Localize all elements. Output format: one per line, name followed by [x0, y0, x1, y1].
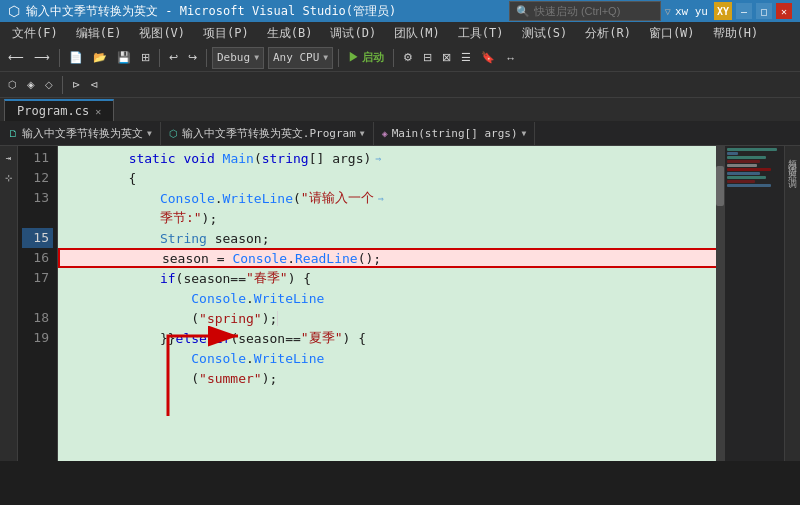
save-button[interactable]: 💾: [113, 47, 135, 69]
chevron-down-icon: ▼: [254, 53, 259, 62]
start-button[interactable]: ▶ 启动: [344, 47, 388, 69]
toolbar2-btn3[interactable]: ◇: [41, 74, 57, 96]
title-bar: ⬡ 输入中文季节转换为英文 - Microsoft Visual Studio(…: [0, 0, 800, 22]
toolbar-bookmark[interactable]: 🔖: [477, 47, 499, 69]
menu-view[interactable]: 视图(V): [131, 23, 193, 44]
toolbar-extra-2[interactable]: ⊟: [419, 47, 436, 69]
menu-help[interactable]: 帮助(H): [705, 23, 767, 44]
code-line-12: {: [58, 168, 724, 188]
chevron-down-icon: ▼: [147, 129, 152, 138]
code-line-17: Console.WriteLine: [58, 288, 724, 308]
new-file-button[interactable]: 📄: [65, 47, 87, 69]
chevron-down-icon-2: ▼: [360, 129, 365, 138]
toolbar-extra-3[interactable]: ⊠: [438, 47, 455, 69]
tab-bar: Program.cs ✕: [0, 98, 800, 122]
separator-3: [206, 49, 207, 67]
menu-project[interactable]: 项目(P): [195, 23, 257, 44]
menu-build[interactable]: 生成(B): [259, 23, 321, 44]
code-line-18: }}else if(season=="夏季") {: [58, 328, 724, 348]
menu-window[interactable]: 窗口(W): [641, 23, 703, 44]
search-icon: 🔍: [516, 5, 530, 18]
menu-edit[interactable]: 编辑(E): [68, 23, 130, 44]
scroll-thumb[interactable]: [716, 166, 724, 206]
sidebar-icon-1[interactable]: ⇥: [1, 150, 17, 166]
menu-test[interactable]: 测试(S): [514, 23, 576, 44]
user-avatar[interactable]: XY: [714, 2, 732, 20]
chevron-down-icon: ▼: [323, 53, 328, 62]
separator-5: [393, 49, 394, 67]
search-input[interactable]: [534, 5, 654, 17]
code-line-11: static void Main(string[] args) ⇒: [58, 148, 724, 168]
line-num-13b: ·: [22, 208, 53, 228]
toolbar-extra-4[interactable]: ☰: [457, 47, 475, 69]
tab-program-cs[interactable]: Program.cs ✕: [4, 99, 114, 121]
line-num-11: 11: [22, 148, 53, 168]
line-arrow-icon: ⇒: [375, 153, 381, 164]
toolbar2-btn4[interactable]: ⊳: [68, 74, 84, 96]
quick-launch-search[interactable]: 🔍: [509, 1, 661, 21]
code-icon: 🗋: [8, 128, 18, 139]
line-num-17: 17: [22, 268, 53, 288]
right-sidebar: 频 词 语 器 调: [784, 146, 800, 461]
menu-file[interactable]: 文件(F): [4, 23, 66, 44]
close-button[interactable]: ✕: [776, 3, 792, 19]
minimap-content: [725, 146, 784, 190]
maximize-button[interactable]: □: [756, 3, 772, 19]
back-button[interactable]: ⟵: [4, 47, 28, 69]
code-line-14: String season;: [58, 228, 724, 248]
menu-bar: 文件(F) 编辑(E) 视图(V) 项目(P) 生成(B) 调试(D) 团队(M…: [0, 22, 800, 44]
main-layout: ⇥ ⊹ 11 12 13 · 15 16 17 · 18 19 · static…: [0, 146, 800, 461]
line-numbers: 11 12 13 · 15 16 17 · 18 19 ·: [18, 146, 58, 461]
menu-debug[interactable]: 调试(D): [322, 23, 384, 44]
code-line-16: if(season=="春季") {: [58, 268, 724, 288]
user-name: xw yu: [675, 5, 708, 18]
vertical-scrollbar[interactable]: [716, 146, 724, 461]
platform-dropdown[interactable]: Any CPU ▼: [268, 47, 333, 69]
window-title: 输入中文季节转换为英文 - Microsoft Visual Studio(管理…: [26, 3, 505, 20]
save-all-button[interactable]: ⊞: [137, 47, 154, 69]
debug-mode-dropdown[interactable]: Debug ▼: [212, 47, 264, 69]
code-line-15: season = Console.ReadLine();: [58, 248, 724, 268]
code-area[interactable]: static void Main(string[] args) ⇒ { Cons…: [58, 146, 724, 461]
menu-analyze[interactable]: 分析(R): [577, 23, 639, 44]
line-num-17b: ·: [22, 288, 53, 308]
nav-dropdowns: 🗋 输入中文季节转换为英文 ▼ ⬡ 输入中文季节转换为英文.Program ▼ …: [0, 122, 800, 146]
nav-method-dropdown[interactable]: ◈ Main(string[] args) ▼: [374, 122, 536, 146]
minimize-button[interactable]: —: [736, 3, 752, 19]
toolbar-extra-5[interactable]: ↔: [501, 47, 520, 69]
line-13-arrow-icon: ⇒: [378, 193, 384, 204]
class-icon: ⬡: [169, 128, 178, 139]
tab-label: Program.cs: [17, 104, 89, 118]
nav-method-label: Main(string[] args): [392, 127, 518, 140]
method-icon: ◈: [382, 128, 388, 139]
toolbar-arrow-icon: ▽: [665, 6, 671, 17]
nav-project-label: 输入中文季节转换为英文: [22, 126, 143, 141]
forward-button[interactable]: ⟶: [30, 47, 54, 69]
toolbar: ⟵ ⟶ 📄 📂 💾 ⊞ ↩ ↪ Debug ▼ Any CPU ▼ ▶ 启动 ⚙…: [0, 44, 800, 72]
toolbar2-btn2[interactable]: ◈: [23, 74, 39, 96]
nav-class-label: 输入中文季节转换为英文.Program: [182, 126, 356, 141]
minimap: [724, 146, 784, 461]
open-button[interactable]: 📂: [89, 47, 111, 69]
code-content: static void Main(string[] args) ⇒ { Cons…: [58, 146, 724, 390]
line-num-15: 15: [22, 228, 53, 248]
line-num-19b: ·: [22, 348, 53, 368]
window-controls: — □ ✕: [736, 3, 792, 19]
line-num-19: 19: [22, 328, 53, 348]
menu-tools[interactable]: 工具(T): [450, 23, 512, 44]
separator-2: [159, 49, 160, 67]
nav-project-dropdown[interactable]: 🗋 输入中文季节转换为英文 ▼: [0, 122, 161, 146]
line-num-16: 16: [22, 248, 53, 268]
nav-class-dropdown[interactable]: ⬡ 输入中文季节转换为英文.Program ▼: [161, 122, 374, 146]
tab-close-button[interactable]: ✕: [95, 106, 101, 117]
menu-team[interactable]: 团队(M): [386, 23, 448, 44]
undo-button[interactable]: ↩: [165, 47, 182, 69]
toolbar-extra-1[interactable]: ⚙: [399, 47, 417, 69]
toolbar2-btn1[interactable]: ⬡: [4, 74, 21, 96]
left-sidebar: ⇥ ⊹: [0, 146, 18, 461]
sidebar-icon-2[interactable]: ⊹: [1, 170, 17, 186]
toolbar2-btn5[interactable]: ⊲: [86, 74, 102, 96]
toolbar2: ⬡ ◈ ◇ ⊳ ⊲: [0, 72, 800, 98]
redo-button[interactable]: ↪: [184, 47, 201, 69]
code-line-17-cont: ("spring");: [58, 308, 724, 328]
